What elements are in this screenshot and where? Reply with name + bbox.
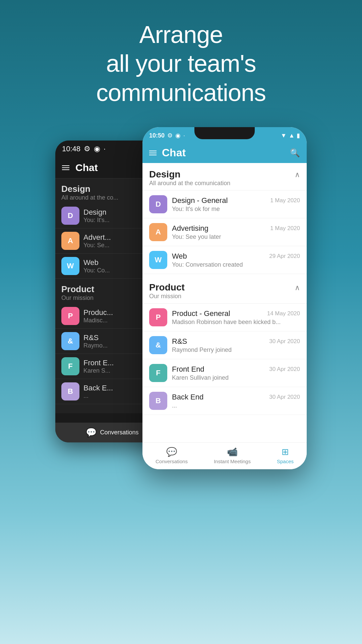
battery-icon: ▮	[297, 132, 300, 139]
chat-name: Back End	[172, 393, 203, 401]
hero-text: Arrange all your team's communications	[96, 20, 266, 107]
chat-name: Front End	[172, 365, 204, 374]
search-icon[interactable]: 🔍	[290, 148, 300, 158]
chat-preview: You: Conversation created	[172, 261, 300, 268]
status-left: 10:50 ⚙ ◉ ·	[149, 132, 185, 139]
chat-name: Web	[172, 252, 187, 261]
avatar: A	[149, 223, 167, 241]
avatar: D	[61, 207, 79, 225]
avatar: &	[61, 332, 79, 350]
product-section-subtitle: Our mission	[149, 293, 185, 300]
chat-date: 30 Apr 2020	[269, 394, 300, 400]
chat-top-row: Design - General 1 May 2020	[172, 196, 300, 205]
right-dot-icon: ·	[183, 132, 185, 139]
chat-preview: Karen Sullivan joined	[172, 374, 300, 381]
list-item[interactable]: W Web 29 Apr 2020 You: Conversation crea…	[142, 246, 307, 274]
design-section-subtitle: All around at the comunication	[149, 180, 230, 187]
avatar: A	[61, 232, 79, 250]
chat-info: Web 29 Apr 2020 You: Conversation create…	[172, 252, 300, 268]
left-time: 10:48	[62, 145, 80, 153]
hero-line1: Arrange	[139, 21, 223, 48]
hero-line2: all your team's	[106, 50, 256, 77]
chat-info: R&S 30 Apr 2020 Raymond Perry joined	[172, 337, 300, 354]
list-item[interactable]: D Design - General 1 May 2020 You: It's …	[142, 191, 307, 218]
right-chat-title: Chat	[162, 147, 186, 159]
chat-preview: Raymond Perry joined	[172, 346, 300, 354]
avatar: F	[149, 364, 167, 382]
chat-top-row: Product - General 14 May 2020	[172, 309, 300, 318]
chat-info: Design - General 1 May 2020 You: It's ok…	[172, 196, 300, 213]
chat-date: 30 Apr 2020	[269, 366, 300, 373]
right-design-section: Design All around at the comunication ∧	[142, 163, 307, 191]
spaces-nav-icon: ⊞	[282, 447, 289, 457]
chat-info: Front End 30 Apr 2020 Karen Sullivan joi…	[172, 365, 300, 381]
list-item[interactable]: A Advertising 1 May 2020 You: See you la…	[142, 218, 307, 246]
design-header-text: Design All around at the comunication	[149, 169, 230, 187]
list-item[interactable]: & R&S 30 Apr 2020 Raymond Perry joined	[142, 331, 307, 359]
chat-date: 14 May 2020	[267, 310, 300, 317]
chat-info: Product - General 14 May 2020 Madison Ro…	[172, 309, 300, 326]
avatar: B	[61, 382, 79, 400]
chat-preview: ...	[172, 402, 300, 409]
chat-name: R&S	[172, 337, 187, 346]
conversations-nav-icon: 💬	[166, 447, 177, 457]
left-hamburger-icon[interactable]	[62, 165, 69, 170]
instant-meetings-nav-label: Instant Meetings	[214, 459, 251, 464]
right-hamburger-icon[interactable]	[149, 151, 157, 155]
avatar: P	[61, 307, 79, 325]
chat-preview: Madison Robinson have been kicked b...	[172, 319, 300, 326]
status-right: ▼ ▲ ▮	[281, 132, 300, 139]
avatar: P	[149, 308, 167, 326]
chat-info: Advertising 1 May 2020 You: See you late…	[172, 224, 300, 240]
right-time: 10:50	[149, 132, 165, 139]
right-header-left: Chat	[149, 147, 186, 159]
nav-spaces[interactable]: ⊞ Spaces	[277, 447, 294, 464]
spaces-nav-label: Spaces	[277, 459, 294, 464]
right-profile-icon: ◉	[175, 132, 181, 139]
right-header: Chat 🔍	[142, 143, 307, 163]
product-chevron-up-icon[interactable]: ∧	[295, 283, 300, 292]
nav-conversations[interactable]: 💬 Conversations	[156, 447, 188, 464]
left-profile-icon: ◉	[94, 145, 100, 153]
design-section-title: Design	[149, 169, 230, 180]
product-section-title: Product	[149, 282, 185, 293]
avatar: &	[149, 336, 167, 354]
chat-date: 30 Apr 2020	[269, 338, 300, 345]
chat-top-row: R&S 30 Apr 2020	[172, 337, 300, 346]
list-item[interactable]: P Product - General 14 May 2020 Madison …	[142, 304, 307, 331]
chat-top-row: Back End 30 Apr 2020	[172, 393, 300, 401]
instant-meetings-nav-icon: 📹	[227, 447, 238, 457]
chat-name: Advertising	[172, 224, 208, 233]
right-settings-icon: ⚙	[167, 132, 173, 139]
right-product-section: Product Our mission ∧	[142, 276, 307, 304]
chat-name: Product - General	[172, 309, 230, 318]
design-chevron-up-icon[interactable]: ∧	[295, 170, 300, 179]
signal-icon: ▲	[289, 132, 295, 139]
list-item[interactable]: F Front End 30 Apr 2020 Karen Sullivan j…	[142, 359, 307, 387]
conversations-icon: 💬	[86, 427, 97, 438]
avatar: W	[61, 257, 79, 275]
chat-preview: You: It's ok for me	[172, 206, 300, 213]
avatar: F	[61, 357, 79, 375]
left-dot-icon: ·	[104, 145, 106, 153]
chat-date: 1 May 2020	[270, 225, 300, 232]
nav-instant-meetings[interactable]: 📹 Instant Meetings	[214, 447, 251, 464]
avatar: W	[149, 251, 167, 269]
left-chat-title: Chat	[75, 162, 98, 173]
bottom-nav: 💬 Conversations 📹 Instant Meetings ⊞ Spa…	[142, 442, 307, 469]
hero-line3: communications	[96, 79, 266, 106]
chat-date: 1 May 2020	[270, 197, 300, 204]
chat-info: Back End 30 Apr 2020 ...	[172, 393, 300, 409]
chat-name: Design - General	[172, 196, 228, 205]
right-content: Design All around at the comunication ∧ …	[142, 163, 307, 443]
phone-notch	[194, 127, 255, 139]
product-header-text: Product Our mission	[149, 282, 185, 300]
chat-top-row: Web 29 Apr 2020	[172, 252, 300, 261]
chat-preview: You: See you later	[172, 233, 300, 240]
list-item[interactable]: B Back End 30 Apr 2020 ...	[142, 387, 307, 415]
phone-right: 10:50 ⚙ ◉ · ▼ ▲ ▮ Chat 🔍	[142, 127, 307, 469]
conversations-nav-label: Conversations	[156, 459, 188, 464]
left-settings-icon: ⚙	[84, 145, 90, 153]
avatar: B	[149, 392, 167, 410]
chat-date: 29 Apr 2020	[269, 253, 300, 260]
